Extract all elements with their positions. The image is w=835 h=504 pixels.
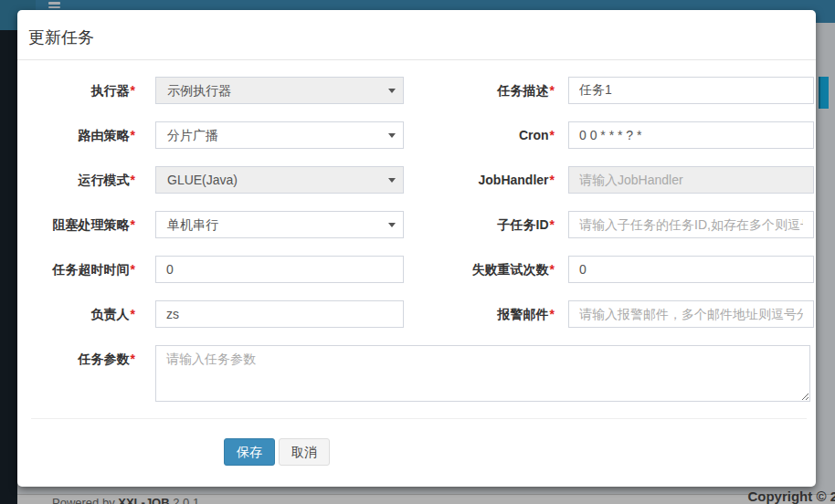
field-label-cron: Cron* (404, 121, 568, 149)
required-asterisk: * (131, 217, 135, 232)
field-label-job-handler: JobHandler* (404, 166, 568, 194)
brand-text: XXL-JOB (118, 496, 169, 504)
required-asterisk: * (131, 352, 135, 366)
save-button[interactable]: 保存 (224, 438, 275, 466)
modal-title: 更新任务 (28, 28, 94, 47)
required-asterisk: * (550, 173, 555, 187)
button-row: 保存 取消 (224, 438, 816, 466)
caret-down-icon (388, 89, 396, 93)
field-label-alarm-email: 报警邮件* (404, 300, 568, 328)
glue-type-select[interactable]: GLUE(Java) (155, 166, 404, 194)
alarm-email-input[interactable] (568, 300, 814, 328)
author-input[interactable] (155, 300, 404, 328)
modal-header: 更新任务 (17, 10, 816, 60)
powered-by-text: Powered by XXL-JOB 2.0.1 (52, 496, 199, 504)
form-row: 路由策略* 分片广播 Cron* (17, 121, 816, 149)
cancel-button[interactable]: 取消 (279, 438, 330, 466)
select-value: GLUE(Java) (167, 173, 238, 187)
update-task-modal: 更新任务 执行器* 示例执行器 任务描述* 路由策略* 分片广播 Cron* (17, 10, 816, 487)
executor-select[interactable]: 示例执行器 (155, 77, 404, 104)
occluded-page-button (819, 77, 829, 109)
required-asterisk: * (550, 83, 555, 98)
required-asterisk: * (550, 262, 555, 277)
field-label-fail-retry: 失败重试次数* (404, 256, 568, 283)
job-handler-input[interactable] (568, 166, 814, 194)
required-asterisk: * (131, 307, 135, 321)
field-label-executor: 执行器* (17, 77, 155, 104)
select-value: 示例执行器 (167, 83, 231, 98)
form-row: 执行器* 示例执行器 任务描述* (17, 77, 816, 104)
job-param-textarea[interactable] (155, 345, 810, 402)
field-label-route-strategy: 路由策略* (17, 121, 155, 149)
required-asterisk: * (550, 217, 555, 232)
hamburger-icon (48, 6, 60, 9)
form-row: 任务超时时间* 失败重试次数* (17, 256, 816, 283)
field-label-block-strategy: 阻塞处理策略* (17, 211, 155, 238)
caret-down-icon (388, 178, 396, 183)
screen: Powered by XXL-JOB 2.0.1 Copyright © 2 更… (0, 0, 835, 504)
child-jobid-input[interactable] (568, 211, 814, 238)
field-label-author: 负责人* (17, 300, 155, 328)
field-label-job-param: 任务参数* (17, 345, 155, 373)
select-value: 单机串行 (167, 217, 218, 232)
form-row: 阻塞处理策略* 单机串行 子任务ID* (17, 211, 816, 238)
caret-down-icon (388, 223, 396, 227)
timeout-input[interactable] (155, 256, 404, 283)
cron-input[interactable] (568, 121, 814, 149)
form-row: 任务参数* (17, 345, 816, 402)
required-asterisk: * (131, 173, 135, 187)
route-strategy-select[interactable]: 分片广播 (155, 121, 404, 149)
required-asterisk: * (550, 128, 555, 142)
form-divider (31, 418, 807, 419)
select-value: 分片广播 (167, 128, 218, 142)
field-label-glue-type: 运行模式* (17, 166, 155, 194)
form-row: 负责人* 报警邮件* (17, 300, 816, 328)
collapsed-sidebar (0, 30, 17, 504)
job-desc-input[interactable] (568, 77, 814, 104)
block-strategy-select[interactable]: 单机串行 (155, 211, 404, 238)
hamburger-icon (48, 2, 60, 5)
form-row: 运行模式* GLUE(Java) JobHandler* (17, 166, 816, 194)
required-asterisk: * (131, 128, 135, 142)
caret-down-icon (388, 133, 396, 138)
copyright-text: Copyright © 2 (747, 488, 835, 504)
required-asterisk: * (550, 307, 555, 321)
field-label-timeout: 任务超时时间* (17, 256, 155, 283)
field-label-job-desc: 任务描述* (404, 77, 568, 104)
fail-retry-input[interactable] (568, 256, 814, 283)
required-asterisk: * (131, 262, 135, 277)
required-asterisk: * (131, 83, 135, 98)
modal-body: 执行器* 示例执行器 任务描述* 路由策略* 分片广播 Cron* 运行模式* (17, 60, 816, 466)
field-label-child-jobid: 子任务ID* (404, 211, 568, 238)
